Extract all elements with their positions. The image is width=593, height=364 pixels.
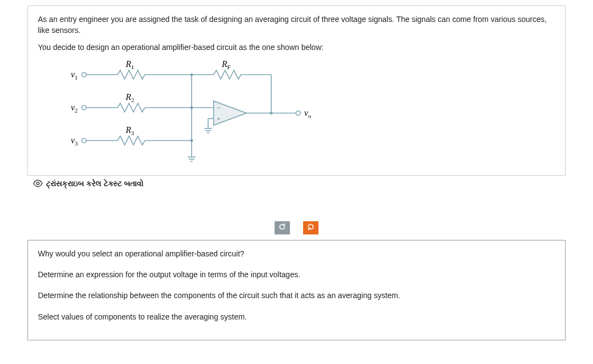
svg-point-27 (191, 139, 193, 142)
svg-point-22 (82, 105, 86, 110)
svg-text:R3: R3 (125, 125, 135, 136)
question-4: Select values of components to realize t… (38, 311, 555, 322)
problem-intro-2: You decide to design an operational ampl… (38, 42, 555, 53)
svg-text:+: + (217, 115, 220, 122)
show-transcribed-text[interactable]: ટ્રાંસક્રાઇબ કરેલ ટેક્સ્ટ બતાવો (33, 179, 593, 188)
svg-point-28 (270, 111, 273, 114)
question-3: Determine the relationship between the c… (38, 290, 555, 301)
svg-point-26 (191, 106, 193, 109)
svg-point-23 (82, 138, 86, 143)
svg-text:RF: RF (221, 59, 231, 70)
transcribe-label: ટ્રાંસક્રાઇબ કરેલ ટેક્સ્ટ બતાવો (46, 179, 144, 188)
svg-point-24 (296, 111, 300, 115)
problem-card: As an entry engineer you are assigned th… (27, 5, 566, 176)
submit-button[interactable] (303, 221, 318, 234)
svg-text:vo: vo (304, 108, 311, 119)
svg-text:v3: v3 (71, 136, 78, 147)
question-1: Why would you select an operational ampl… (38, 248, 555, 259)
refresh-icon (278, 223, 286, 232)
question-2: Determine an expression for the output v… (38, 269, 555, 280)
questions-card: Why would you select an operational ampl… (27, 240, 566, 340)
svg-point-21 (82, 72, 86, 77)
svg-point-39 (37, 182, 40, 185)
problem-intro-1: As an entry engineer you are assigned th… (38, 14, 555, 36)
svg-point-25 (191, 73, 193, 76)
reset-button[interactable] (275, 221, 290, 234)
refresh-icon (307, 223, 315, 232)
svg-text:R2: R2 (125, 92, 134, 103)
svg-text:v2: v2 (71, 103, 78, 114)
svg-text:R1: R1 (125, 59, 134, 70)
svg-text:−: − (217, 104, 220, 111)
eye-icon (33, 180, 43, 187)
action-buttons (0, 221, 593, 234)
svg-text:v1: v1 (71, 70, 78, 81)
circuit-diagram: − + v1 v2 v3 R1 R2 R3 RF vo (54, 58, 555, 170)
